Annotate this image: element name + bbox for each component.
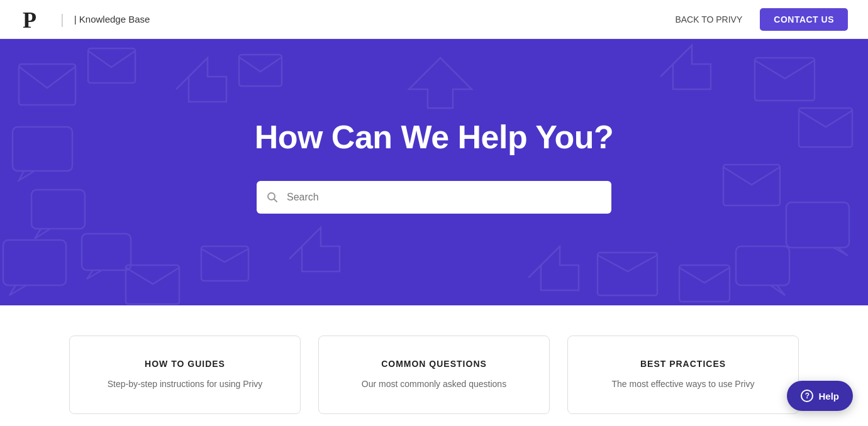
- privy-logo-icon: P: [20, 8, 50, 31]
- help-button[interactable]: ? Help: [787, 381, 853, 411]
- hero-title: How Can We Help You?: [255, 118, 614, 156]
- svg-line-23: [274, 199, 277, 202]
- search-input[interactable]: [257, 181, 611, 214]
- svg-marker-11: [409, 58, 472, 108]
- svg-rect-3: [13, 127, 72, 171]
- how-to-guides-desc: Step-by-step instructions for using Priv…: [87, 378, 282, 391]
- svg-rect-4: [31, 190, 85, 229]
- svg-marker-12: [176, 58, 226, 102]
- category-card-best-practices[interactable]: BEST PRACTICES The most effective ways t…: [567, 336, 799, 414]
- svg-rect-19: [239, 55, 282, 86]
- category-card-common-questions[interactable]: COMMON QUESTIONS Our most commonly asked…: [318, 336, 550, 414]
- hero-background-icons: [0, 39, 868, 305]
- search-bar-container: [257, 181, 611, 214]
- best-practices-desc: The most effective ways to use Privy: [586, 378, 781, 391]
- help-button-icon: ?: [801, 390, 813, 402]
- svg-rect-10: [736, 246, 789, 285]
- category-cards: HOW TO GUIDES Step-by-step instructions …: [69, 336, 799, 414]
- svg-marker-13: [660, 45, 711, 89]
- knowledge-base-label: | Knowledge Base: [74, 14, 150, 25]
- svg-text:P: P: [23, 8, 36, 31]
- how-to-guides-title: HOW TO GUIDES: [87, 359, 282, 369]
- search-icon: [267, 192, 278, 203]
- back-to-privy-link[interactable]: BACK TO PRIVY: [675, 14, 742, 25]
- contact-us-button[interactable]: CONTACT US: [760, 8, 848, 31]
- navbar-divider: |: [60, 11, 64, 28]
- svg-rect-7: [799, 108, 852, 147]
- svg-rect-17: [679, 265, 730, 302]
- svg-rect-5: [3, 240, 66, 285]
- svg-rect-9: [786, 202, 849, 248]
- content-area: HOW TO GUIDES Step-by-step instructions …: [57, 305, 811, 426]
- svg-rect-2: [88, 48, 135, 83]
- category-card-how-to-guides[interactable]: HOW TO GUIDES Step-by-step instructions …: [69, 336, 301, 414]
- best-practices-title: BEST PRACTICES: [586, 359, 781, 369]
- svg-rect-8: [723, 165, 780, 205]
- svg-rect-18: [82, 234, 131, 270]
- svg-rect-6: [755, 58, 815, 101]
- hero-section: How Can We Help You?: [0, 39, 868, 305]
- common-questions-title: COMMON QUESTIONS: [337, 359, 531, 369]
- svg-rect-1: [19, 64, 75, 105]
- svg-rect-14: [126, 265, 179, 304]
- help-button-label: Help: [818, 391, 839, 401]
- svg-marker-21: [528, 246, 579, 290]
- svg-rect-15: [201, 246, 248, 281]
- common-questions-desc: Our most commonly asked questions: [337, 378, 531, 391]
- svg-rect-16: [598, 253, 657, 295]
- svg-marker-20: [289, 227, 340, 271]
- navbar-left: P | | Knowledge Base: [20, 8, 150, 31]
- navbar-right: BACK TO PRIVY CONTACT US: [675, 8, 848, 31]
- navbar: P | | Knowledge Base BACK TO PRIVY CONTA…: [0, 0, 868, 39]
